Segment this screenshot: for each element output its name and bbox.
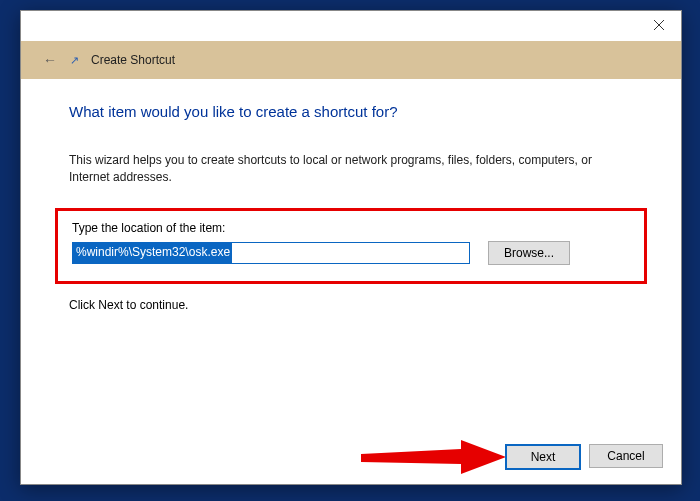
- wizard-content: What item would you like to create a sho…: [21, 79, 681, 312]
- back-arrow-icon[interactable]: ←: [43, 52, 57, 68]
- close-icon: [654, 20, 664, 30]
- page-heading: What item would you like to create a sho…: [69, 103, 633, 120]
- wizard-header: ← ↗ Create Shortcut: [21, 41, 681, 79]
- browse-button[interactable]: Browse...: [488, 241, 570, 265]
- location-input-value: %windir%\System32\osk.exe: [73, 243, 232, 263]
- create-shortcut-dialog: ← ↗ Create Shortcut What item would you …: [20, 10, 682, 485]
- svg-marker-2: [361, 440, 506, 474]
- wizard-footer: Next Cancel: [505, 444, 663, 470]
- next-button[interactable]: Next: [505, 444, 581, 470]
- close-button[interactable]: [636, 11, 681, 39]
- wizard-title: Create Shortcut: [91, 53, 175, 67]
- annotation-arrow-icon: [361, 440, 511, 480]
- annotation-highlight-box: Type the location of the item: %windir%\…: [55, 208, 647, 284]
- page-description: This wizard helps you to create shortcut…: [69, 152, 633, 186]
- continue-hint: Click Next to continue.: [69, 298, 633, 312]
- location-input[interactable]: %windir%\System32\osk.exe: [72, 242, 470, 264]
- titlebar: [21, 11, 681, 41]
- shortcut-icon: ↗: [67, 54, 81, 67]
- cancel-button[interactable]: Cancel: [589, 444, 663, 468]
- location-label: Type the location of the item:: [72, 221, 630, 235]
